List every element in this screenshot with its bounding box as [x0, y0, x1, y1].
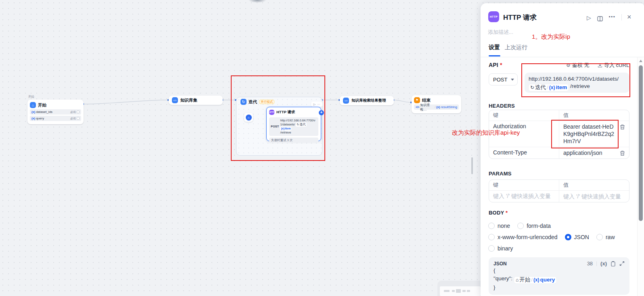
end-node-output: </> 知识库检… / (x) resultString: [414, 104, 459, 110]
close-panel-button[interactable]: ×: [627, 13, 631, 21]
knowledge-base-node-title: 知识库集: [180, 98, 197, 103]
variable-icon: (x): [31, 117, 35, 120]
header-key[interactable]: Content-Type: [489, 147, 559, 158]
knowledge-base-node[interactable]: </> 知识库集: [169, 96, 223, 105]
ref-var: resultString: [441, 105, 457, 109]
variable-icon: (x): [436, 105, 440, 109]
end-node[interactable]: ⚑ 结束 </> 知识库检… / (x) resultString: [412, 95, 461, 113]
expand-icon[interactable]: [619, 261, 625, 266]
header-divider: [621, 14, 622, 21]
radio-icon[interactable]: [488, 245, 495, 252]
scrollbar-thumb[interactable]: [639, 65, 643, 221]
panel-scrollbar[interactable]: [637, 57, 644, 296]
annotation-change-api-key: 改为实际的知识库api-key: [452, 129, 520, 137]
required-badge: 必填: [70, 110, 76, 114]
radio-icon[interactable]: [488, 223, 495, 229]
json-body-editor[interactable]: JSON 38 (x) { "query": ⌂开始/(x)query }: [489, 257, 629, 295]
required-toggle-icon: [77, 117, 79, 120]
annotation-rect-url: [521, 63, 630, 97]
param-input-row[interactable]: 键入 '/' 键快速插入变量 键入 '/' 键快速插入变量: [489, 190, 629, 202]
body-type-binary[interactable]: binary: [488, 245, 513, 252]
field-name: dataset_ids: [36, 110, 52, 114]
annotation-change-ip: 1。改为实际ip: [532, 33, 570, 41]
start-node-group-label: 开始: [28, 95, 34, 99]
flag-icon: ⚑: [414, 97, 420, 103]
key-column-header: 键: [489, 110, 559, 121]
required-toggle-icon: [77, 110, 79, 113]
body-type-none[interactable]: none: [488, 223, 510, 229]
value-column-header: 值: [559, 110, 615, 121]
json-line-close: }: [493, 283, 625, 292]
http-node-config-panel: HTTP HTTP 请求 ▷ ⋯ × 添加描述... 设置 上次运行 API *…: [481, 3, 644, 296]
end-node-title: 结束: [422, 98, 431, 103]
table-header-row: 键 值: [489, 180, 629, 190]
description-input[interactable]: 添加描述...: [488, 29, 513, 36]
chevron-down-icon: [511, 79, 514, 81]
param-key-input[interactable]: 键入 '/' 键快速插入变量: [489, 191, 559, 202]
code-icon: </>: [343, 98, 349, 104]
start-field-dataset-ids[interactable]: (x) dataset_ids 必填: [30, 109, 81, 115]
canvas-scroll-handle[interactable]: [471, 157, 473, 174]
organize-results-node[interactable]: </> 知识库检索结果整理: [340, 96, 394, 105]
variable-icon: (x): [31, 110, 35, 114]
headers-section-label: HEADERS: [489, 103, 515, 109]
panel-title: HTTP 请求: [503, 13, 537, 22]
header-row-content-type[interactable]: Content-Type application/json: [489, 147, 629, 158]
canvas-minimap[interactable]: [437, 281, 481, 296]
tab-settings[interactable]: 设置: [489, 44, 500, 51]
run-node-button[interactable]: ▷: [587, 15, 591, 21]
annotation-rect-api-key: [551, 120, 619, 148]
required-badge: 必填: [70, 117, 76, 121]
http-icon: HTTP: [488, 11, 499, 22]
radio-icon[interactable]: [488, 234, 495, 240]
var-name: query: [540, 276, 555, 284]
json-line-open: {: [493, 267, 625, 275]
api-section-label: API *: [489, 62, 502, 68]
active-tab-underline: [489, 55, 500, 56]
tab-last-run[interactable]: 上次运行: [505, 44, 527, 51]
radio-icon[interactable]: [596, 234, 603, 240]
params-section-label: PARAMS: [489, 171, 512, 177]
workflow-editor: 开始 ⌂ 开始 (x) dataset_ids 必填 (x) query 必填 …: [0, 0, 644, 296]
body-type-json[interactable]: JSON: [565, 234, 589, 240]
divider: [596, 261, 597, 266]
panel-divider: [481, 57, 644, 57]
start-node[interactable]: ⌂ 开始 (x) dataset_ids 必填 (x) query 必填: [27, 100, 84, 124]
param-value-input[interactable]: 键入 '/' 键快速插入变量: [559, 191, 629, 202]
body-section-label: BODY *: [489, 210, 508, 216]
value-column-header: 值: [559, 180, 629, 190]
field-name: query: [36, 117, 44, 120]
body-type-form-data[interactable]: form-data: [517, 223, 551, 229]
radio-icon[interactable]: [517, 223, 524, 229]
scrollbar-up-arrow[interactable]: [639, 60, 642, 62]
header-value[interactable]: application/json: [559, 147, 615, 158]
organize-node-title: 知识库检索结果整理: [351, 98, 386, 103]
split-view-icon[interactable]: [597, 15, 603, 21]
variable-icon[interactable]: (x): [600, 261, 607, 267]
table-header-row: 键 值: [489, 110, 629, 121]
body-type-x-www-form-urlencoded[interactable]: x-www-form-urlencoded: [488, 234, 558, 240]
start-node-title: 开始: [38, 102, 46, 108]
annotation-rect-iteration: [231, 75, 325, 161]
var-node: 开始: [519, 276, 530, 284]
params-table: 键 值 键入 '/' 键快速插入变量 键入 '/' 键快速插入变量: [489, 179, 629, 202]
copy-icon[interactable]: [611, 261, 616, 267]
trash-icon[interactable]: [620, 124, 625, 130]
code-icon: </>: [416, 106, 419, 108]
start-field-query[interactable]: (x) query 必填: [30, 116, 81, 121]
home-icon: ⌂: [516, 276, 519, 284]
method-value: POST: [493, 77, 507, 83]
radio-icon-selected[interactable]: [565, 234, 571, 240]
trash-icon[interactable]: [620, 150, 625, 156]
char-count: 38: [587, 261, 593, 267]
key-column-header: 键: [489, 180, 559, 190]
code-icon: </>: [172, 97, 178, 103]
body-type-raw[interactable]: raw: [596, 234, 615, 240]
more-options-button[interactable]: ⋯: [608, 13, 615, 21]
method-select[interactable]: POST: [489, 73, 518, 85]
ref-node: 知识库检…: [420, 103, 434, 112]
minimap-viewport: [440, 286, 481, 296]
json-line-query: "query": ⌂开始/(x)query: [493, 275, 625, 283]
variable-icon: (x): [533, 276, 539, 284]
json-variable-badge[interactable]: ⌂开始/(x)query: [514, 277, 556, 283]
